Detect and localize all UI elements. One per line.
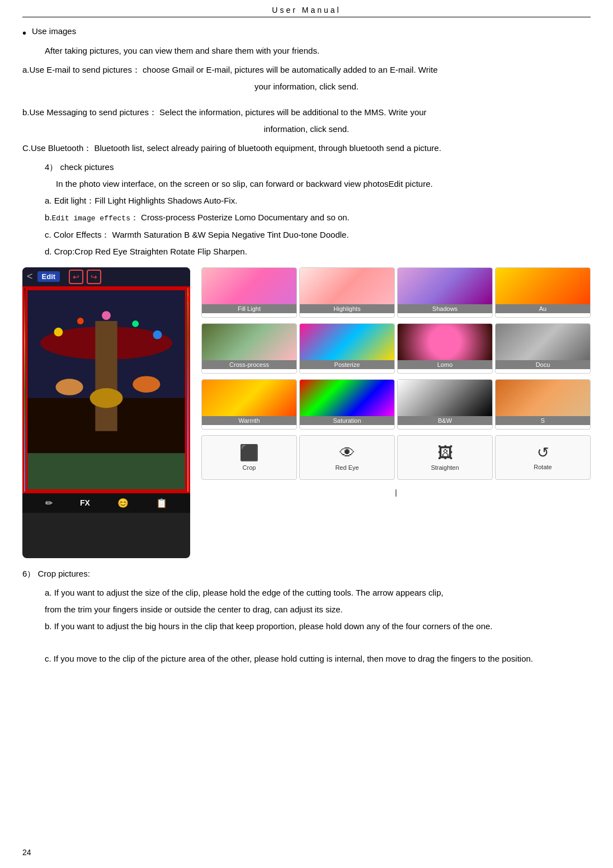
- page-header: User Manual: [22, 6, 591, 17]
- panel-autofix[interactable]: Au: [495, 267, 591, 318]
- svg-point-9: [55, 379, 83, 395]
- panel-saturation[interactable]: Saturation: [299, 379, 395, 430]
- panel-straighten[interactable]: 🖼 Straighten: [397, 435, 493, 480]
- panel-row-3: Warmth Saturation B&W S: [201, 379, 591, 430]
- autofix-label: Au: [496, 304, 590, 313]
- panel-rotate[interactable]: ↺ Rotate: [495, 435, 591, 480]
- highlights-label: Highlights: [300, 304, 394, 313]
- shadows-label: Shadows: [398, 304, 492, 313]
- carousel-svg: [24, 288, 188, 492]
- posterize-img: [300, 324, 394, 360]
- lomo-label: Lomo: [398, 360, 492, 369]
- documentary-img: [496, 324, 590, 360]
- header-text: User Manual: [272, 6, 341, 15]
- s-img: [496, 380, 590, 416]
- fill-light-label: Fill Light: [202, 304, 296, 313]
- para-b-image: b.Edit image effects： Cross-process Post…: [45, 211, 591, 225]
- para-a-email2: your information, click send.: [22, 80, 591, 93]
- right-panels: Fill Light Highlights Shadows Au Cross-p…: [201, 267, 591, 502]
- red-eye-icon: 👁: [339, 444, 355, 462]
- clipboard-icon[interactable]: 📋: [156, 498, 167, 508]
- svg-point-7: [132, 320, 139, 327]
- bw-label: B&W: [398, 416, 492, 425]
- pencil-icon[interactable]: ✏: [45, 498, 53, 508]
- warmth-label: Warmth: [202, 416, 296, 425]
- para-a-adjust: a. If you want to adjust the size of the…: [45, 586, 591, 600]
- phone-mockup: < Edit ↩ ↪ Reform Repeal Operation: [22, 267, 190, 558]
- svg-point-5: [77, 318, 84, 324]
- autofix-img: [496, 268, 590, 304]
- bullet-use-images: • Use images: [22, 26, 591, 40]
- b-rest: ： Cross-process Posterize Lomo Documenta…: [130, 213, 350, 222]
- straighten-icon: 🖼: [437, 444, 453, 462]
- documentary-label: Docu: [496, 360, 590, 369]
- phone-image-area: [22, 286, 190, 493]
- svg-point-4: [54, 328, 63, 337]
- section-6-c: c. If you move to the clip of the pictur…: [22, 652, 591, 666]
- section-after-taking: After taking pictures, you can view them…: [22, 44, 591, 58]
- shadows-img: [398, 268, 492, 304]
- panel-documentary[interactable]: Docu: [495, 323, 591, 374]
- para-6-crop: 6） Crop pictures:: [22, 567, 591, 581]
- fill-light-img: [202, 268, 296, 304]
- straighten-label: Straighten: [431, 464, 459, 471]
- svg-point-10: [89, 388, 122, 408]
- reform-label: Reform: [187, 286, 190, 295]
- panel-highlights[interactable]: Highlights: [299, 267, 395, 318]
- redo-icon[interactable]: ↪: [87, 270, 101, 284]
- bw-img: [398, 380, 492, 416]
- panel-fill-light[interactable]: Fill Light: [201, 267, 297, 318]
- panel-warmth[interactable]: Warmth: [201, 379, 297, 430]
- phone-bottom-bar: ✏ FX 😊 📋: [22, 493, 190, 513]
- back-icon: <: [27, 271, 33, 282]
- panel-row-2: Cross-process Posterize Lomo Docu: [201, 323, 591, 374]
- panel-s[interactable]: S: [495, 379, 591, 430]
- para-after-taking: After taking pictures, you can view them…: [45, 44, 591, 58]
- section-6-a: a. If you want to adjust the size of the…: [22, 586, 591, 633]
- para-c-move: c. If you move to the clip of the pictur…: [45, 652, 591, 666]
- red-eye-label: Red Eye: [335, 464, 359, 471]
- fx-label[interactable]: FX: [80, 498, 90, 507]
- panel-lomo[interactable]: Lomo: [397, 323, 493, 374]
- panel-posterize[interactable]: Posterize: [299, 323, 395, 374]
- cross-process-label: Cross-process: [202, 360, 296, 369]
- section-6: 6） Crop pictures:: [22, 567, 591, 581]
- panel-red-eye[interactable]: 👁 Red Eye: [299, 435, 395, 480]
- para-d-crop: d. Crop:Crop Red Eye Straighten Rotate F…: [45, 245, 591, 258]
- svg-rect-3: [95, 321, 117, 431]
- para-a-email: a.Use E-mail to send pictures： choose Gm…: [22, 63, 591, 77]
- face-icon[interactable]: 😊: [117, 498, 129, 508]
- crop-icon: ⬛: [239, 444, 259, 462]
- posterize-label: Posterize: [300, 360, 394, 369]
- saturation-label: Saturation: [300, 416, 394, 425]
- panel-bw[interactable]: B&W: [397, 379, 493, 430]
- panel-row-4: ⬛ Crop 👁 Red Eye 🖼 Straighten ↺ Rotate: [201, 435, 591, 480]
- highlights-img: [300, 268, 394, 304]
- warmth-img: [202, 380, 296, 416]
- rotate-icon: ↺: [537, 444, 549, 461]
- para-b-messaging: b.Use Messaging to send pictures： Select…: [22, 106, 591, 119]
- para-4-check: 4） check pictures: [45, 161, 591, 174]
- panel-shadows[interactable]: Shadows: [397, 267, 493, 318]
- phone-top-bar: < Edit ↩ ↪: [22, 267, 190, 286]
- para-c-color: c. Color Effects： Warmth Saturation B &W…: [45, 228, 591, 242]
- page-number: 24: [22, 848, 31, 857]
- bullet-symbol: •: [22, 26, 26, 40]
- panel-crop[interactable]: ⬛ Crop: [201, 435, 297, 480]
- s-label: S: [496, 416, 590, 425]
- svg-point-11: [133, 376, 160, 393]
- section-c-bluetooth: C.Use Bluetooth： Bluetooth list, select …: [22, 141, 591, 155]
- undo-icon[interactable]: ↩: [69, 270, 83, 284]
- svg-point-6: [102, 311, 111, 320]
- b-label: b.: [45, 213, 52, 222]
- panel-row-1: Fill Light Highlights Shadows Au: [201, 267, 591, 318]
- para-b-messaging2: information, click send.: [22, 122, 591, 136]
- vertical-bar: I: [201, 488, 591, 499]
- rotate-label: Rotate: [534, 464, 551, 470]
- b-mono: Edit image effects: [52, 214, 130, 223]
- para-a-adjust2: from the trim your fingers inside or out…: [45, 603, 591, 616]
- section-a-email: a.Use E-mail to send pictures： choose Gm…: [22, 63, 591, 93]
- crop-label: Crop: [243, 464, 256, 471]
- phone-top-icons: ↩ ↪: [69, 270, 101, 284]
- panel-cross-process[interactable]: Cross-process: [201, 323, 297, 374]
